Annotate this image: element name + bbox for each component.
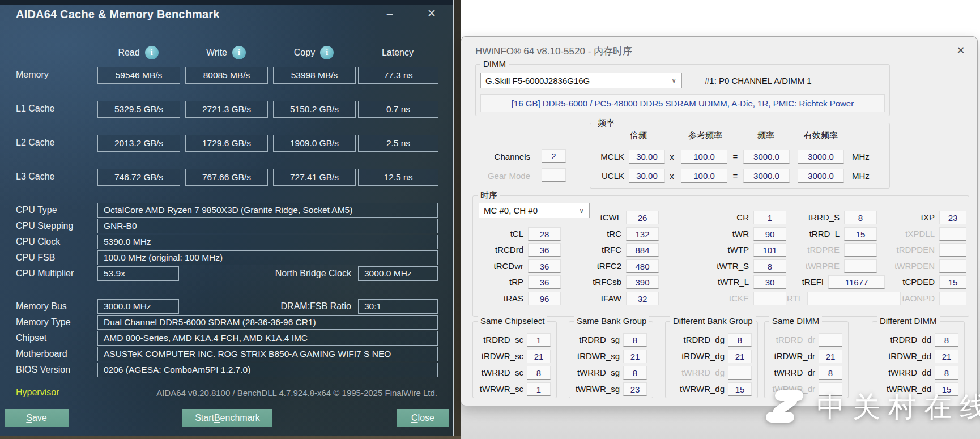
timing-value-tRDRD_sg: 8 [623,333,647,347]
timing-value-tWRWR_sg: 23 [623,382,647,396]
timing-label-tXPDLL: tXPDLL [872,227,935,241]
timing-label-tRDRD_dr: tRDRD_dr [767,333,815,347]
uclk-reference: 100.0 [681,169,727,183]
timing-label-tRP: tRP [461,275,523,289]
timing-label-tXP: tXP [872,211,935,224]
dimm-module-info: [16 GB] DDR5-6000 / PC5-48000 DDR5 SDRAM… [480,94,885,112]
timing-label-tRDWR_dg: tRDWR_dg [668,350,725,363]
hwinfo-window: HWiNFO® 64 v8.10-5520 - 内存时序 ✕ DIMM G.Sk… [461,36,978,406]
timing-value-tRDWR_dr: 21 [819,350,842,363]
timing-value-tCPDED: 15 [939,275,966,289]
timing-value-tRDWR_sc: 21 [527,350,551,363]
bench-row-label: L1 Cache [16,101,55,117]
info-row-label: Chipset [16,331,46,346]
info-icon[interactable]: i [232,46,246,59]
info-row-label: CPU Multiplier [16,266,74,281]
minimize-icon[interactable]: – [378,6,401,22]
timing-value-tWRRD_dd: 8 [935,366,958,380]
turnaround-group-title: Different DIMM [877,316,940,326]
zol-logo-icon [766,390,809,424]
bench-column-label: Write [206,48,227,58]
turnaround-group-title: Same DIMM [769,316,822,326]
info-row-extra-label: North Bridge Clock [187,266,351,281]
timing-value-tRFCsb: 390 [626,275,659,289]
mhz-unit: MHz [852,150,877,164]
timing-label-tRFC2: tRFC2 [559,259,621,273]
timing-label-tCPDED: tCPDED [872,275,935,289]
timing-value-tAONPD [939,292,966,305]
frequency-header: 倍频 [610,130,667,141]
aida64-window: AIDA64 Cache & Memory Benchmark – ✕ Read… [0,0,454,436]
timing-label-tRC: tRC [559,227,621,241]
bench-value: 5329.5 GB/s [97,101,180,118]
timing-value-tRDWR_dg: 21 [728,350,752,363]
turnaround-group-title: Different Bank Group [670,316,756,326]
info-row-value: 0206 (AGESA: ComboAm5PI 1.2.7.0) [97,363,438,377]
save-button[interactable]: Save [5,409,69,427]
timing-label-tRAS: tRAS [461,292,523,305]
info-row-label: CPU Clock [16,235,60,249]
dimm-select-value: G.Skill F5-6000J2836G16G [485,76,590,86]
info-row-label: Memory Type [16,315,71,330]
times-sign: x [667,150,676,164]
mclk-effective-frequency: 3000.0 [798,150,844,164]
dimm-select[interactable]: G.Skill F5-6000J2836G16G ∨ [480,73,682,88]
timing-label-tWTR_L: tWTR_L [687,275,749,289]
turnaround-group-title: Same Chipselect [478,316,547,326]
info-row-value: 5390.0 MHz [97,235,438,249]
timing-value-tWRRD_dg [728,366,752,380]
bench-value: 12.5 ns [358,169,438,186]
timing-value-tWRWR_dg: 15 [728,382,752,396]
timing-label-tRCDrd: tRCDrd [461,243,523,257]
timing-label-tWRRD_dg: tWRRD_dg [668,366,725,380]
hypervisor-label: Hypervisor [16,387,59,398]
bench-value: 5150.2 GB/s [273,101,356,118]
info-row-value: AMD 800-Series, AMD K1A.4 FCH, AMD K1A.4… [97,331,438,346]
aida64-window-title: AIDA64 Cache & Memory Benchmark [16,8,220,21]
turnaround-group-2: Different Bank GrouptRDRD_dg8tRDWR_dg21t… [665,321,758,398]
timing-label-tWRPDEN: tWRPDEN [872,259,935,273]
uclk-frequency: 3000.0 [743,169,790,183]
chevron-down-icon: ∨ [671,76,676,84]
timing-label-tAONPD: tAONPD [872,292,935,305]
timings-group-label: 时序 [478,190,500,201]
info-icon[interactable]: i [320,46,334,59]
uclk-effective-frequency: 3000.0 [798,169,844,183]
timings-group: 时序 MC #0, CH #0 ∨ tCL28tRCDrd36tRCDwr36t… [472,195,969,317]
timing-label-tRFC: tRFC [559,243,621,257]
bench-column-header-copy: Copyi [273,45,355,60]
timing-label-tRDPDEN: tRDPDEN [872,243,935,257]
timing-label-tCKE: tCKE [687,292,749,305]
info-row-label: Motherboard [16,347,67,361]
uclk-multiplier: 30.00 [629,169,665,183]
timing-value-tRCDwr: 36 [528,259,561,273]
timing-label-tRDRD_dg: tRDRD_dg [668,333,725,347]
bench-column-label: Latency [382,48,414,58]
timing-label-tCL: tCL [461,227,523,241]
timing-value-tRP: 36 [528,275,561,289]
timing-label-tWRWR_dg: tWRWR_dg [668,382,725,396]
info-row-label: CPU Type [16,203,57,218]
start-benchmark-button[interactable]: Start Benchmark [182,409,272,427]
uclk-label: UCLK [595,169,624,183]
close-button[interactable]: Close [397,409,449,427]
close-icon[interactable]: ✕ [420,6,443,22]
timing-label-tWRRD_sg: tWRRD_sg [572,366,620,380]
equals-sign: = [731,150,740,164]
memory-controller-select-value: MC #0, CH #0 [484,206,538,215]
channels-value: 2 [542,149,566,163]
timing-label-tWR: tWR [687,227,749,241]
timing-label-tWRRD_dr: tWRRD_dr [767,366,815,380]
info-icon[interactable]: i [145,46,159,59]
timing-label-tRDRD_dd: tRDRD_dd [875,333,931,347]
turnaround-group-0: Same ChipselecttRDRD_sc1tRDWR_sc21tWRRD_… [472,321,557,398]
bench-value: 2.5 ns [358,135,438,152]
info-row-label: BIOS Version [16,363,70,377]
turnaround-group-title: Same Bank Group [574,316,649,326]
info-row-value: OctalCore AMD Ryzen 7 9850X3D (Granite R… [97,203,438,218]
bench-value: 77.3 ns [358,67,438,84]
timing-value-tCL: 28 [528,227,561,241]
timing-label-tWRWR_sc: tWRWR_sc [475,382,523,396]
close-icon[interactable]: ✕ [953,44,969,57]
watermark: 中关村在线 [766,389,980,426]
